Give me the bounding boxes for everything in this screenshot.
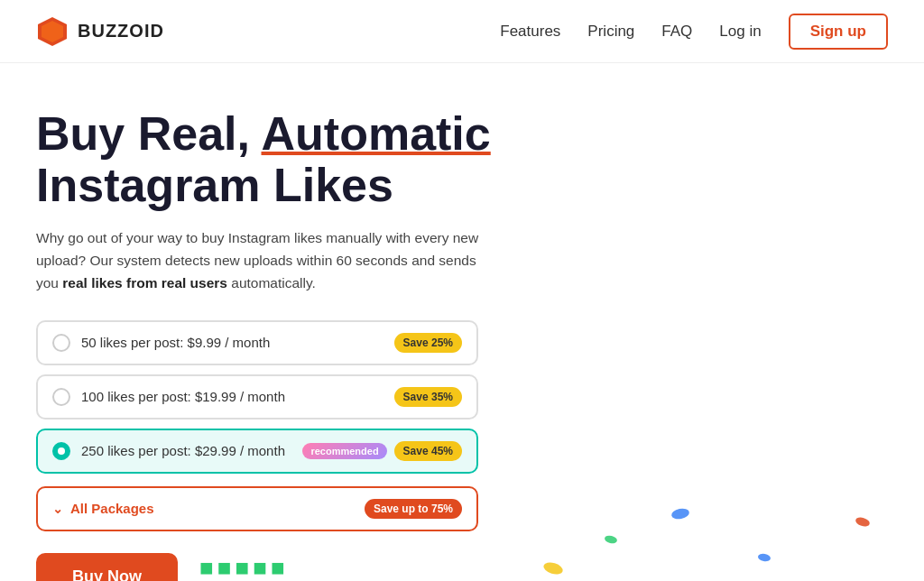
option2-right: Save 35%: [394, 387, 462, 407]
subtitle-bold: real likes from real users: [62, 275, 227, 290]
subtitle-end: automatically.: [227, 275, 316, 290]
main-content: Buy Real, Automatic Instagram Likes Why …: [0, 63, 632, 581]
star-2: ■: [217, 554, 232, 581]
nav-faq[interactable]: FAQ: [661, 23, 692, 41]
all-packages-left: ⌄ All Packages: [52, 501, 154, 516]
headline-underline: Automatic: [262, 107, 491, 160]
stars-block: ■ ■ ■ ■ ■ Rated 5.0 for Customer Service: [199, 554, 364, 581]
pricing-options: 50 likes per post: $9.99 / month Save 25…: [36, 320, 478, 474]
hero-headline: Buy Real, Automatic Instagram Likes: [36, 108, 596, 211]
logo-icon: [36, 15, 69, 48]
option2-save-badge: Save 35%: [394, 387, 462, 407]
option3-right: recommended Save 45%: [302, 441, 462, 461]
star-4: ■: [253, 554, 267, 581]
blob-3: [670, 507, 690, 521]
signup-button[interactable]: Sign up: [789, 14, 888, 50]
star-rating: ■ ■ ■ ■ ■: [199, 554, 364, 581]
pricing-option-2[interactable]: 100 likes per post: $19.99 / month Save …: [36, 374, 478, 420]
radio-2: [52, 388, 70, 406]
option1-save-badge: Save 25%: [394, 333, 462, 353]
option3-left: 250 likes per post: $29.99 / month: [52, 442, 285, 460]
all-packages-row[interactable]: ⌄ All Packages Save up to 75%: [36, 486, 478, 531]
star-1: ■: [199, 554, 214, 581]
logo: BUZZOID: [36, 15, 164, 48]
option3-label: 250 likes per post: $29.99 / month: [81, 443, 285, 458]
all-packages-label: All Packages: [70, 501, 154, 516]
nav-features[interactable]: Features: [500, 23, 560, 41]
logo-text: BUZZOID: [78, 21, 164, 42]
nav-links: Features Pricing FAQ Log in Sign up: [500, 14, 888, 50]
buy-now-button[interactable]: Buy Now: [36, 553, 178, 581]
star-5: ■: [271, 554, 285, 581]
nav-login[interactable]: Log in: [719, 23, 761, 41]
chevron-down-icon: ⌄: [52, 502, 63, 516]
option1-label: 50 likes per post: $9.99 / month: [81, 335, 270, 350]
all-packages-save-badge: Save up to 75%: [365, 499, 462, 519]
star-3: ■: [235, 554, 249, 581]
headline-part2: Instagram Likes: [36, 159, 393, 211]
pricing-option-3[interactable]: 250 likes per post: $29.99 / month recom…: [36, 429, 478, 474]
radio-3: [52, 442, 70, 460]
nav-pricing[interactable]: Pricing: [587, 23, 634, 41]
option2-label: 100 likes per post: $19.99 / month: [81, 389, 285, 404]
option1-left: 50 likes per post: $9.99 / month: [52, 334, 270, 352]
navbar: BUZZOID Features Pricing FAQ Log in Sign…: [0, 0, 924, 63]
option2-left: 100 likes per post: $19.99 / month: [52, 388, 285, 406]
option3-save-badge: Save 45%: [394, 441, 462, 461]
blob-4: [757, 553, 771, 562]
blob-6: [855, 516, 871, 528]
headline-part1: Buy Real,: [36, 107, 262, 160]
radio-1: [52, 334, 70, 352]
recommended-badge: recommended: [302, 443, 386, 459]
pricing-option-1[interactable]: 50 likes per post: $9.99 / month Save 25…: [36, 320, 478, 365]
cta-row: Buy Now ■ ■ ■ ■ ■ Rated 5.0 for Customer…: [36, 553, 596, 581]
hero-subtitle: Why go out of your way to buy Instagram …: [36, 227, 487, 294]
option1-right: Save 25%: [394, 333, 462, 353]
